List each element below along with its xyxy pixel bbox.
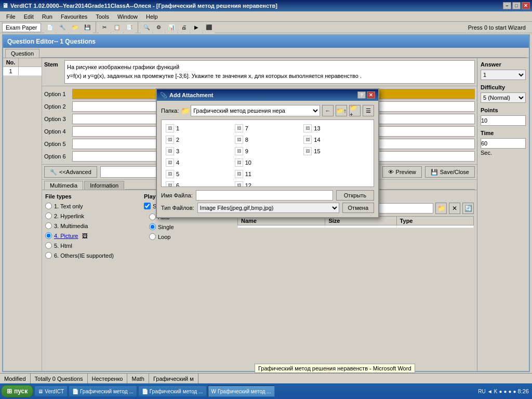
file-name-8: 8 [245,137,248,143]
dialog-title-icon: 📎 [160,92,167,99]
file-item-15[interactable]: 🖼 15 [302,146,370,156]
file-name-12: 12 [245,182,251,187]
toolbar-btn-1[interactable]: 📄 [44,22,56,33]
file-icon-9: 🖼 [235,147,243,155]
toolbar-btn-9[interactable]: ⚙ [153,22,165,33]
file-item-7[interactable]: 🖼 7 [234,123,302,134]
toolbar-btn-3[interactable]: 📁 [69,22,81,33]
toolbar-btn-2[interactable]: 🔧 [57,22,68,33]
file-item-13[interactable]: 🖼 13 [302,123,370,134]
nav-back-button[interactable]: ← [322,105,334,116]
file-icon-7: 🖼 [235,124,243,132]
menu-edit[interactable]: Edit [20,12,38,21]
file-item-5[interactable]: 🖼 5 [165,169,233,179]
menu-help[interactable]: Help [142,12,162,21]
file-icon-6: 🖼 [166,181,174,187]
file-name-2: 2 [176,137,179,143]
file-name-3: 3 [176,148,179,154]
file-item-2[interactable]: 🖼 2 [165,135,233,145]
file-item-10[interactable]: 🖼 10 [234,157,302,168]
taskbar-btn-verdikt[interactable]: 🖥 VerdICT [34,385,68,397]
menu-favourites[interactable]: Favourites [57,12,91,21]
file-name-15: 15 [314,148,320,154]
dialog-title-text: Add Attachment [169,92,214,98]
dialog-help-button[interactable]: ? [357,91,366,99]
menu-bar: File Edit Run Favourites Tools Window He… [0,11,532,22]
tray-dot1-icon: ● [499,389,502,394]
file-item-6[interactable]: 🖼 6 [165,180,233,187]
file-item-1[interactable]: 🖼 1 [165,123,233,134]
folder-label: Папка: [161,108,179,114]
toolbar-btn-12[interactable]: ▶ [191,22,202,33]
menu-window[interactable]: Window [113,12,142,21]
open-button[interactable]: Открыть [336,190,374,201]
close-button[interactable]: ✕ [522,2,530,9]
file-name-13: 13 [314,125,320,131]
file-name-10: 10 [245,159,251,166]
menu-tools[interactable]: Tools [91,12,113,21]
file-name-11: 11 [245,171,251,177]
toolbar-btn-6[interactable]: 📋 [111,22,123,33]
toolbar-btn-8[interactable]: 🔍 [141,22,152,33]
toolbar-btn-5[interactable]: ✂ [99,22,110,33]
grafik-1-label: Графический метод ... [80,389,134,394]
toolbar-btn-10[interactable]: 📊 [166,22,177,33]
verdikt-icon: 🖥 [38,389,43,394]
menu-file[interactable]: File [2,12,20,21]
app-icon: 🖥 [2,2,8,9]
toolbar-btn-7[interactable]: 📑 [124,22,135,33]
add-attachment-dialog: 📎 Add Attachment ? ✕ Папка: 📁 Графически… [156,88,379,218]
folder-path-select[interactable]: Графический метод решения нера [191,105,320,116]
tray-k-icon: K [494,389,498,394]
file-item-9[interactable]: 🖼 9 [234,146,302,156]
file-item-3[interactable]: 🖼 3 [165,146,233,156]
file-icon-3: 🖼 [166,147,174,155]
file-icon-10: 🖼 [235,158,243,167]
file-item-14[interactable]: 🖼 14 [302,135,370,145]
toolbar-btn-11[interactable]: 🖨 [178,22,190,33]
taskbar-btn-grafik-2[interactable]: 📄 Графический метод ... [138,385,207,397]
grafik-2-label: Графический метод ... [150,389,203,394]
clock: 8:26 [518,388,529,394]
dialog-files-area[interactable]: 🖼 1 🖼 2 🖼 3 🖼 4 [161,119,374,187]
dialog-close-button[interactable]: ✕ [367,91,375,99]
file-name-1: 1 [176,125,179,131]
minimize-button[interactable]: − [503,2,511,9]
window-title: VerdICT 1.02.0000--Year2014Grade11ClassA… [10,3,277,9]
file-icon-1: 🖼 [166,124,174,132]
file-item-4[interactable]: 🖼 4 [165,157,233,168]
taskbar-btn-grafik-1[interactable]: 📄 Графический метод ... [69,385,137,397]
file-name-5: 5 [176,171,179,177]
filename-input[interactable] [196,190,333,201]
tray-dot2-icon: ● [503,389,507,394]
file-icon-2: 🖼 [166,136,174,144]
filetype-row: Тип Файлов: Image Files(jpeg,gif,bmp,jpg… [161,203,374,213]
file-name-4: 4 [176,159,179,166]
file-icon-5: 🖼 [166,170,174,178]
start-label: пуск [14,388,28,395]
nav-up-button[interactable]: 📁↑ [336,105,347,116]
grafik-1-icon: 📄 [72,389,78,394]
maximize-button[interactable]: □ [512,2,521,9]
file-icon-14: 🖼 [303,136,312,144]
nav-view-button[interactable]: ☰ [363,105,374,116]
start-button[interactable]: ⊞ пуск [1,385,33,397]
verdikt-label: VerdICT [45,389,64,394]
cancel-button[interactable]: Отмена [342,203,374,213]
taskbar-btn-word[interactable]: W Графический метод ... [208,385,275,397]
filename-label: Имя Файла: [161,192,193,198]
toolbar-btn-4[interactable]: 💾 [82,22,93,33]
file-item-12[interactable]: 🖼 12 [234,180,302,187]
grafik-2-icon: 📄 [142,389,148,394]
file-item-8[interactable]: 🖼 8 [234,135,302,145]
filetype-select[interactable]: Image Files(jpeg,gif,bmp,jpg) [197,203,339,213]
toolbar-btn-13[interactable]: ⬛ [203,22,215,33]
start-icon: ⊞ [7,388,12,395]
taskbar: ⊞ пуск 🖥 VerdICT 📄 Графический метод ...… [0,383,532,399]
menu-run[interactable]: Run [38,12,57,21]
tray-audio-icon: ◄ [487,389,493,394]
file-item-11[interactable]: 🖼 11 [234,169,302,179]
press-wizard-text: Press 0 to start Wizard [468,24,530,31]
word-icon: W [211,389,216,394]
nav-new-folder-button[interactable]: 📁+ [349,105,361,116]
